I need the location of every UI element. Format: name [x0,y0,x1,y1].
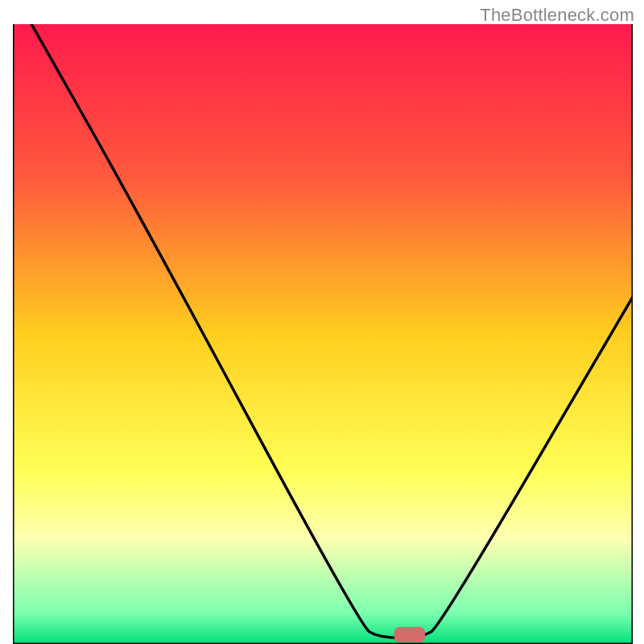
target-marker [394,627,426,642]
watermark-label: TheBottleneck.com [480,5,634,26]
chart-container: TheBottleneck.com [0,0,644,644]
plot-background [13,24,633,644]
bottleneck-plot [13,24,633,644]
